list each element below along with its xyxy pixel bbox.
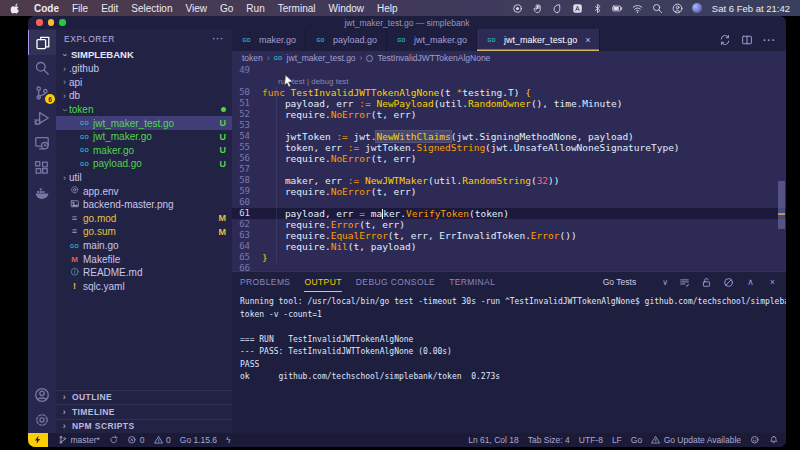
menu-code[interactable]: Code	[34, 3, 59, 14]
tree-item-app-env[interactable]: app.env	[56, 184, 232, 198]
code-line[interactable]: 58 maker, err := NewJWTMaker(util.Random…	[232, 175, 786, 186]
line-number[interactable]: 64	[232, 241, 262, 252]
activity-remote-explorer-icon[interactable]	[28, 130, 56, 155]
menubar-siri-icon[interactable]	[692, 3, 703, 14]
line-number[interactable]: 59	[232, 186, 262, 197]
close-panel-icon[interactable]: ×	[767, 277, 778, 288]
line-number[interactable]: 61	[232, 208, 262, 219]
section-timeline[interactable]: ›TIMELINE	[56, 404, 232, 419]
minimize-window-button[interactable]	[48, 19, 55, 26]
menubar-bluetooth-icon[interactable]	[592, 3, 603, 14]
line-number[interactable]: 50	[232, 87, 262, 98]
menubar-clock[interactable]: Sat 6 Feb at 21:42	[712, 3, 790, 14]
tab-jwt_maker_test-go[interactable]: GOjwt_maker_test.go×	[477, 29, 600, 51]
line-number[interactable]	[232, 76, 262, 87]
line-number[interactable]: 62	[232, 219, 262, 230]
output-channel-select[interactable]: Go Tests ∨	[603, 277, 668, 287]
tree-item-jwt-maker-go[interactable]: GOjwt_maker.goU	[56, 130, 232, 144]
window-titlebar[interactable]: jwt_maker_test.go — simplebank	[28, 16, 786, 29]
tree-item-go-sum[interactable]: ≡go.sumM	[56, 225, 232, 239]
status-tab-size[interactable]: Tab Size: 4	[528, 435, 570, 445]
code-line[interactable]: 54 jwtToken := jwt.NewWithClaims(jwt.Sig…	[232, 131, 786, 142]
line-number[interactable]: 58	[232, 175, 262, 186]
code-line[interactable]: 56 require.NoError(t, err)	[232, 153, 786, 164]
tab-payload-go[interactable]: GOpayload.go	[306, 29, 387, 51]
activity-run-debug-icon[interactable]	[28, 105, 56, 130]
section-outline[interactable]: ›OUTLINE	[56, 390, 232, 405]
code-line[interactable]: 63 require.EqualError(t, err, ErrInvalid…	[232, 230, 786, 241]
line-number[interactable]: 49	[232, 65, 262, 76]
code-line[interactable]: 57	[232, 164, 786, 175]
status-feedback[interactable]	[750, 435, 760, 445]
code-line[interactable]: 55 token, err := jwtToken.SignedString(j…	[232, 142, 786, 153]
menubar-spotlight-icon[interactable]	[652, 3, 663, 14]
code-line[interactable]: 53	[232, 120, 786, 131]
line-number[interactable]: 56	[232, 153, 262, 164]
codelens-row[interactable]: run test | debug test	[232, 76, 786, 87]
menu-selection[interactable]: Selection	[131, 3, 172, 14]
menu-edit[interactable]: Edit	[101, 3, 118, 14]
tree-item-backend-master-png[interactable]: backend-master.png	[56, 198, 232, 212]
tab-jwt_maker-go[interactable]: GOjwt_maker.go	[387, 29, 477, 51]
activity-source-control-icon[interactable]: 6	[28, 80, 56, 105]
menubar-hand-icon[interactable]	[532, 3, 543, 14]
tree-item-payload-go[interactable]: GOpayload.goU	[56, 157, 232, 171]
status-gopls-indicator[interactable]: ϟ	[226, 435, 231, 445]
status-encoding[interactable]: UTF-8	[579, 435, 603, 445]
more-actions-icon[interactable]: ···	[763, 35, 776, 46]
tree-item-api[interactable]: ›api	[56, 76, 232, 90]
line-number[interactable]: 57	[232, 164, 262, 175]
status-eol[interactable]: LF	[612, 435, 622, 445]
tab-maker-go[interactable]: GOmaker.go	[232, 29, 306, 51]
close-tab-icon[interactable]: ×	[585, 35, 590, 45]
section-npm-scripts[interactable]: ›NPM SCRIPTS	[56, 419, 232, 434]
tree-item-go-mod[interactable]: ≡go.modM	[56, 212, 232, 226]
menu-view[interactable]: View	[186, 3, 208, 14]
code-line[interactable]: 52 require.NoError(t, err)	[232, 109, 786, 120]
breadcrumb[interactable]: token›GOjwt_maker_test.go›TestInvalidJWT…	[232, 51, 786, 65]
tree-item-jwt-maker-test-go[interactable]: GOjwt_maker_test.goU	[56, 116, 232, 130]
breadcrumb-item[interactable]: token	[242, 53, 263, 63]
tree-item-util[interactable]: ›util	[56, 171, 232, 185]
tree-item-main-go[interactable]: GOmain.go	[56, 239, 232, 253]
activity-docker-icon[interactable]	[28, 180, 56, 205]
workspace-root-folder[interactable]: › SIMPLEBANK	[56, 47, 232, 62]
maximize-panel-icon[interactable]: ∧	[745, 277, 756, 288]
activity-extensions-icon[interactable]	[28, 155, 56, 180]
activity-settings-icon[interactable]	[28, 407, 56, 432]
menubar-user-switch-icon[interactable]	[672, 3, 683, 14]
tree-item-db[interactable]: ›db	[56, 89, 232, 103]
activity-search-icon[interactable]	[28, 55, 56, 80]
status-warnings[interactable]: 0	[154, 435, 171, 445]
tree-item--github[interactable]: ›.github	[56, 62, 232, 76]
code-line[interactable]: 61 payload, err = maker.VerifyToken(toke…	[232, 208, 786, 219]
line-number[interactable]: 55	[232, 142, 262, 153]
status-sync-status[interactable]	[109, 435, 119, 445]
activity-account-icon[interactable]	[28, 382, 56, 407]
status-go-version[interactable]: Go 1.15.6	[180, 435, 217, 445]
breadcrumb-item[interactable]: jwt_maker_test.go	[287, 53, 356, 63]
zoom-window-button[interactable]	[59, 19, 66, 26]
status-notifications[interactable]	[769, 435, 779, 445]
editor-scrollbar[interactable]	[778, 181, 785, 229]
code-line[interactable]: 62 require.Error(t, err)	[232, 219, 786, 230]
menubar-input-source-icon[interactable]	[572, 3, 583, 14]
line-number[interactable]: 52	[232, 109, 262, 120]
unlock-icon[interactable]	[701, 277, 712, 288]
output-console[interactable]: Running tool: /usr/local/bin/go test -ti…	[232, 292, 786, 388]
menubar-leaf-icon[interactable]	[552, 3, 563, 14]
panel-tab-debug-console[interactable]: DEBUG CONSOLE	[356, 272, 435, 292]
panel-tab-output[interactable]: OUTPUT	[304, 272, 341, 292]
tree-item-sqlc-yaml[interactable]: !sqlc.yaml	[56, 280, 232, 294]
menubar-wifi-icon[interactable]	[632, 3, 643, 14]
activity-explorer-icon[interactable]	[28, 30, 56, 55]
code-line[interactable]: 51 payload, err := NewPayload(util.Rando…	[232, 98, 786, 109]
code-line[interactable]: 64 require.Nil(t, payload)	[232, 241, 786, 252]
menu-terminal[interactable]: Terminal	[278, 3, 316, 14]
line-number[interactable]: 66	[232, 263, 262, 271]
menu-run[interactable]: Run	[246, 3, 264, 14]
tree-item-maker-go[interactable]: GOmaker.goU	[56, 144, 232, 158]
status-go-update[interactable]: Go Update Available	[651, 435, 741, 445]
clear-output-icon[interactable]	[723, 277, 734, 288]
code-editor[interactable]: 49run test | debug test50func TestInvali…	[232, 65, 786, 271]
